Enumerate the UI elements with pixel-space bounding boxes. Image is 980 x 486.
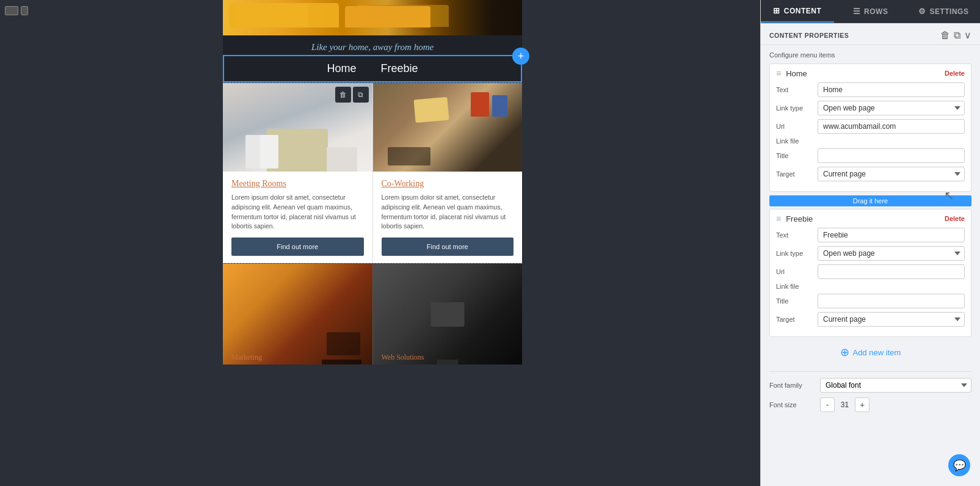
desktop-icon	[5, 6, 18, 15]
settings-icon: ⚙	[918, 7, 926, 16]
tab-settings[interactable]: ⚙ SETTINGS	[907, 0, 980, 23]
grid-icon: ⊞	[773, 6, 780, 15]
url-label-freebie: Url	[776, 268, 813, 275]
tab-rows[interactable]: ☰ ROWS	[834, 0, 907, 23]
drag-here-indicator: Drag it here	[769, 195, 971, 206]
card2-text: Lorem ipsum dolor sit amet, consectetur …	[382, 193, 514, 231]
panel-collapse-button[interactable]: ∨	[964, 29, 971, 41]
card1-delete-button[interactable]: 🗑	[335, 87, 351, 103]
target-label-freebie: Target	[776, 316, 813, 323]
font-size-minus-button[interactable]: -	[820, 397, 835, 412]
card1-text: Lorem ipsum dolor sit amet, consectetur …	[231, 193, 364, 231]
tab-content[interactable]: ⊞ CONTENT	[761, 0, 834, 23]
tagline: Like your home, away from home	[311, 42, 434, 52]
menu-item-freebie-name: Freebie	[786, 214, 940, 223]
font-size-label: Font size	[769, 401, 815, 408]
rows-icon: ☰	[853, 7, 861, 16]
delete-freebie-button[interactable]: Delete	[945, 215, 965, 222]
add-item-button[interactable]: ⊕ Add new item	[769, 341, 971, 364]
tab-rows-label: ROWS	[864, 7, 888, 16]
chat-bubble[interactable]: 💬	[948, 454, 970, 476]
card2-title: Co-Working	[382, 179, 514, 189]
card2-find-out-button[interactable]: Find out more	[382, 238, 514, 256]
font-family-select[interactable]: Global font	[820, 378, 971, 393]
panel-header-title: CONTENT PROPERTIES	[769, 32, 849, 39]
delete-home-button[interactable]: Delete	[945, 70, 965, 77]
drag-handle-freebie[interactable]: ≡	[776, 214, 781, 223]
card3-partial-title: Marketing	[231, 353, 262, 362]
title-input-home[interactable]	[818, 148, 965, 163]
tab-content-label: CONTENT	[784, 7, 822, 15]
link-type-label-home: Link type	[776, 104, 813, 112]
panel-content: Configure menu items ≡ Home Delete Text …	[761, 45, 980, 486]
card1-find-out-button[interactable]: Find out more	[231, 238, 364, 256]
title-input-freebie[interactable]	[818, 294, 965, 308]
nav-item-home: Home	[327, 62, 356, 75]
nav-item-freebie: Freebie	[380, 62, 418, 75]
mobile-icon	[21, 6, 28, 15]
add-item-icon: ⊕	[840, 346, 849, 359]
font-size-value: 31	[837, 401, 852, 409]
target-label-home: Target	[776, 170, 813, 178]
link-type-select-freebie[interactable]: Open web page	[818, 246, 965, 261]
url-input-freebie[interactable]	[818, 264, 965, 279]
office-image	[373, 264, 523, 364]
laptop-image	[223, 264, 372, 364]
drag-handle-home[interactable]: ≡	[776, 68, 781, 78]
card4-partial-title: Web Solutions	[382, 353, 424, 362]
add-item-label: Add new item	[853, 348, 901, 357]
tab-settings-label: SETTINGS	[929, 7, 968, 16]
font-family-label: Font family	[769, 382, 815, 389]
nav-plus-button[interactable]: +	[512, 48, 529, 65]
taxi-image	[223, 0, 522, 35]
menu-item-home-name: Home	[786, 69, 940, 78]
url-input-home[interactable]	[818, 119, 965, 134]
panel-header: CONTENT PROPERTIES 🗑 ⧉ ∨	[761, 23, 980, 45]
card1-title: Meeting Rooms	[231, 179, 364, 189]
menu-item-freebie: ≡ Freebie Delete Text Link type Open web…	[769, 209, 971, 337]
text-label-freebie: Text	[776, 231, 813, 239]
panel-copy-button[interactable]: ⧉	[954, 30, 960, 41]
configure-label: Configure menu items	[769, 51, 971, 59]
card1-copy-button[interactable]: ⧉	[353, 87, 369, 103]
panel-delete-button[interactable]: 🗑	[940, 30, 950, 41]
text-input-home[interactable]	[818, 82, 965, 97]
target-select-home[interactable]: Current page	[818, 167, 965, 181]
menu-item-home: ≡ Home Delete Text Link type Open web pa…	[769, 63, 971, 192]
url-label-home: Url	[776, 123, 813, 130]
coworking-image	[373, 83, 523, 172]
panel-tabs: ⊞ CONTENT ☰ ROWS ⚙ SETTINGS	[761, 0, 980, 23]
title-label-freebie: Title	[776, 297, 813, 305]
drag-cursor: ↖	[944, 188, 954, 203]
font-size-plus-button[interactable]: +	[855, 397, 869, 412]
title-label-home: Title	[776, 152, 813, 159]
link-type-select-home[interactable]: Open web page	[818, 101, 965, 115]
link-type-label-freebie: Link type	[776, 250, 813, 257]
target-select-freebie[interactable]: Current page	[818, 312, 965, 327]
text-input-freebie[interactable]	[818, 228, 965, 242]
text-label-home: Text	[776, 86, 813, 93]
card1-toolbar: 🗑 ⧉	[335, 87, 369, 103]
